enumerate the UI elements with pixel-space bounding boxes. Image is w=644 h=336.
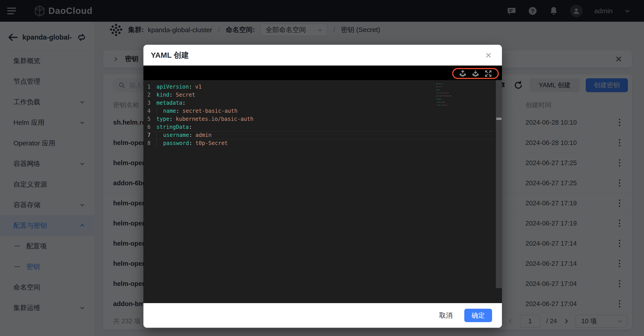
confirm-button[interactable]: 确定 (464, 309, 492, 322)
yaml-create-modal: YAML 创建 1apiV (144, 45, 502, 328)
editor-minimap[interactable]: apiVersion: v1 kind: Secret metadata: na… (436, 81, 472, 151)
code-line-content: username:admin (163, 131, 212, 139)
modal-footer: 取消 确定 (144, 303, 502, 328)
modal-header: YAML 创建 (144, 45, 502, 66)
yaml-editor[interactable]: 1apiVersion:v1 2kind:Secret 3metadata: 4… (144, 66, 502, 303)
download-yaml-icon[interactable] (472, 70, 479, 77)
code-line-content: apiVersion:v1 (156, 83, 202, 91)
editor-toolbar (144, 66, 502, 80)
cancel-button[interactable]: 取消 (439, 311, 453, 320)
indent-guide (156, 139, 163, 147)
code-line-content: stringData: (156, 123, 192, 131)
app-root: DaoCloud ? admin kpanda-global-cl... (0, 0, 644, 336)
code-line-content: password:t0p-Secret (163, 139, 228, 147)
modal-close-icon[interactable] (485, 52, 492, 59)
modal-title: YAML 创建 (151, 50, 485, 60)
code-line-content: name:secret-basic-auth (163, 107, 238, 115)
code-line-content: kind:Secret (156, 91, 195, 99)
editor-scrollbar-thumb[interactable] (496, 118, 502, 120)
fullscreen-icon[interactable] (484, 70, 492, 77)
code-line-content: type:kubernetes.io/basic-auth (156, 115, 254, 123)
editor-scrollbar[interactable] (496, 80, 502, 288)
code-line-content: metadata: (156, 99, 186, 107)
editor-toolbar-highlight-box (452, 68, 499, 79)
indent-guide (156, 131, 163, 139)
indent-guide (156, 107, 163, 115)
upload-yaml-icon[interactable] (459, 70, 466, 77)
